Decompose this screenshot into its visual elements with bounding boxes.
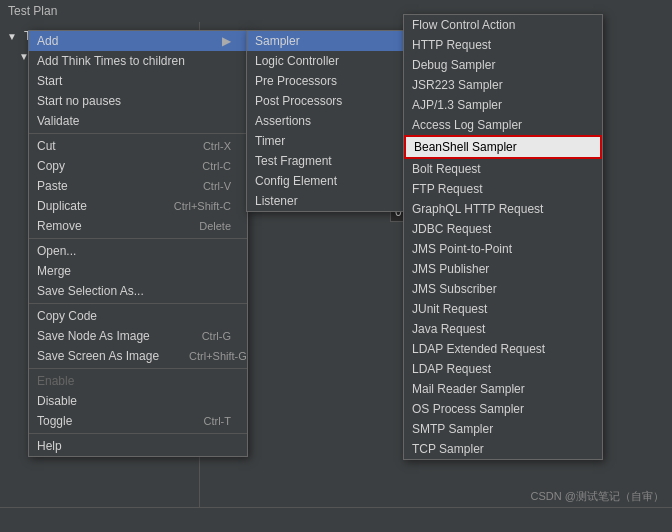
duplicate-label: Duplicate <box>37 199 87 213</box>
menu-item-debug-sampler[interactable]: Debug Sampler <box>404 55 602 75</box>
remove-label: Remove <box>37 219 82 233</box>
logic-controller-label: Logic Controller <box>255 54 339 68</box>
menu-item-ldap[interactable]: LDAP Request <box>404 359 602 379</box>
menu-item-ajp[interactable]: AJP/1.3 Sampler <box>404 95 602 115</box>
menu-item-access-log[interactable]: Access Log Sampler <box>404 115 602 135</box>
menu-item-tcp[interactable]: TCP Sampler <box>404 439 602 459</box>
timer-label: Timer <box>255 134 285 148</box>
menu-item-save-selection[interactable]: Save Selection As... <box>29 281 247 301</box>
menu-item-ftp[interactable]: FTP Request <box>404 179 602 199</box>
bolt-label: Bolt Request <box>412 162 481 176</box>
copy-code-label: Copy Code <box>37 309 97 323</box>
think-times-label: Add Think Times to children <box>37 54 185 68</box>
http-request-label: HTTP Request <box>412 38 491 52</box>
menu-item-mail-reader[interactable]: Mail Reader Sampler <box>404 379 602 399</box>
menu-item-merge[interactable]: Merge <box>29 261 247 281</box>
jsr223-label: JSR223 Sampler <box>412 78 503 92</box>
menu-item-think-times[interactable]: Add Think Times to children <box>29 51 247 71</box>
menu-item-cut[interactable]: Cut Ctrl-X <box>29 136 247 156</box>
menu-item-help[interactable]: Help <box>29 436 247 456</box>
menu-item-remove[interactable]: Remove Delete <box>29 216 247 236</box>
menu-item-copy[interactable]: Copy Ctrl-C <box>29 156 247 176</box>
app-title: Test Plan <box>8 4 57 18</box>
disable-label: Disable <box>37 394 77 408</box>
menu-item-smtp[interactable]: SMTP Sampler <box>404 419 602 439</box>
paste-shortcut: Ctrl-V <box>203 180 231 192</box>
mail-reader-label: Mail Reader Sampler <box>412 382 525 396</box>
menu-item-copy-code[interactable]: Copy Code <box>29 306 247 326</box>
separator-1 <box>29 133 247 134</box>
ajp-label: AJP/1.3 Sampler <box>412 98 502 112</box>
remove-shortcut: Delete <box>199 220 231 232</box>
config-element-label: Config Element <box>255 174 337 188</box>
listener-label: Listener <box>255 194 298 208</box>
menu-item-jms-publisher[interactable]: JMS Publisher <box>404 259 602 279</box>
access-log-label: Access Log Sampler <box>412 118 522 132</box>
menu-item-graphql[interactable]: GraphQL HTTP Request <box>404 199 602 219</box>
menu-item-disable[interactable]: Disable <box>29 391 247 411</box>
status-bar <box>0 507 672 532</box>
debug-sampler-label: Debug Sampler <box>412 58 495 72</box>
help-label: Help <box>37 439 62 453</box>
add-label: Add <box>37 34 58 48</box>
junit-label: JUnit Request <box>412 302 487 316</box>
menu-item-http-request[interactable]: HTTP Request <box>404 35 602 55</box>
beanshell-label: BeanShell Sampler <box>414 140 517 154</box>
menu-item-ldap-ext[interactable]: LDAP Extended Request <box>404 339 602 359</box>
flow-control-label: Flow Control Action <box>412 18 515 32</box>
menu-item-jms-p2p[interactable]: JMS Point-to-Point <box>404 239 602 259</box>
enable-label: Enable <box>37 374 74 388</box>
ldap-ext-label: LDAP Extended Request <box>412 342 545 356</box>
menu-item-enable[interactable]: Enable <box>29 371 247 391</box>
os-process-label: OS Process Sampler <box>412 402 524 416</box>
jms-subscriber-label: JMS Subscriber <box>412 282 497 296</box>
menu-item-beanshell[interactable]: BeanShell Sampler <box>404 135 602 159</box>
copy-label: Copy <box>37 159 65 173</box>
testplan-icon: ▼ <box>4 28 20 44</box>
menu-item-start-no-pauses[interactable]: Start no pauses <box>29 91 247 111</box>
jms-publisher-label: JMS Publisher <box>412 262 489 276</box>
menu-item-flow-control[interactable]: Flow Control Action <box>404 15 602 35</box>
context-menu-1: Add ▶ Add Think Times to children Start … <box>28 30 248 457</box>
post-processors-label: Post Processors <box>255 94 342 108</box>
menu-item-save-node[interactable]: Save Node As Image Ctrl-G <box>29 326 247 346</box>
menu-item-paste[interactable]: Paste Ctrl-V <box>29 176 247 196</box>
ldap-label: LDAP Request <box>412 362 491 376</box>
menu-item-toggle[interactable]: Toggle Ctrl-T <box>29 411 247 431</box>
jdbc-label: JDBC Request <box>412 222 491 236</box>
assertions-label: Assertions <box>255 114 311 128</box>
menu-item-java-request[interactable]: Java Request <box>404 319 602 339</box>
duplicate-shortcut: Ctrl+Shift-C <box>174 200 231 212</box>
save-node-label: Save Node As Image <box>37 329 150 343</box>
menu-item-duplicate[interactable]: Duplicate Ctrl+Shift-C <box>29 196 247 216</box>
ftp-label: FTP Request <box>412 182 482 196</box>
menu-item-open[interactable]: Open... <box>29 241 247 261</box>
menu-item-save-screen[interactable]: Save Screen As Image Ctrl+Shift-G <box>29 346 247 366</box>
test-fragment-label: Test Fragment <box>255 154 332 168</box>
toggle-shortcut: Ctrl-T <box>204 415 232 427</box>
sampler-label: Sampler <box>255 34 300 48</box>
menu-item-jdbc[interactable]: JDBC Request <box>404 219 602 239</box>
menu-item-os-process[interactable]: OS Process Sampler <box>404 399 602 419</box>
menu-item-jsr223[interactable]: JSR223 Sampler <box>404 75 602 95</box>
smtp-label: SMTP Sampler <box>412 422 493 436</box>
merge-label: Merge <box>37 264 71 278</box>
menu-item-add[interactable]: Add ▶ <box>29 31 247 51</box>
jms-p2p-label: JMS Point-to-Point <box>412 242 512 256</box>
cut-shortcut: Ctrl-X <box>203 140 231 152</box>
java-request-label: Java Request <box>412 322 485 336</box>
save-screen-label: Save Screen As Image <box>37 349 159 363</box>
menu-item-junit[interactable]: JUnit Request <box>404 299 602 319</box>
save-node-shortcut: Ctrl-G <box>202 330 231 342</box>
add-arrow-icon: ▶ <box>222 34 231 48</box>
menu-item-start[interactable]: Start <box>29 71 247 91</box>
separator-3 <box>29 303 247 304</box>
validate-label: Validate <box>37 114 79 128</box>
start-no-pauses-label: Start no pauses <box>37 94 121 108</box>
menu-item-bolt[interactable]: Bolt Request <box>404 159 602 179</box>
paste-label: Paste <box>37 179 68 193</box>
menu-item-validate[interactable]: Validate <box>29 111 247 131</box>
start-label: Start <box>37 74 62 88</box>
menu-item-jms-subscriber[interactable]: JMS Subscriber <box>404 279 602 299</box>
graphql-label: GraphQL HTTP Request <box>412 202 543 216</box>
